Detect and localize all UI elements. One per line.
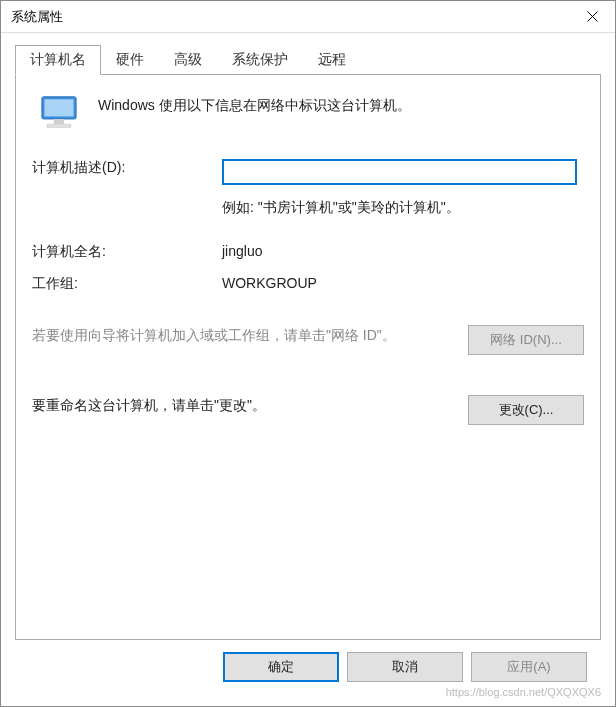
dialog-content: 计算机名 硬件 高级 系统保护 远程 Windows 使用以下信息在网络中标识这… xyxy=(1,33,615,706)
description-row: 计算机描述(D): xyxy=(32,159,584,185)
ok-button[interactable]: 确定 xyxy=(223,652,339,682)
full-name-label: 计算机全名: xyxy=(32,243,222,261)
tab-strip: 计算机名 硬件 高级 系统保护 远程 xyxy=(15,45,601,75)
intro-row: Windows 使用以下信息在网络中标识这台计算机。 xyxy=(32,93,584,131)
description-label: 计算机描述(D): xyxy=(32,159,222,185)
full-name-row: 计算机全名: jingluo xyxy=(32,243,584,261)
description-hint: 例如: "书房计算机"或"美玲的计算机"。 xyxy=(222,199,584,217)
tab-advanced[interactable]: 高级 xyxy=(159,45,217,74)
network-id-section: 若要使用向导将计算机加入域或工作组，请单击"网络 ID"。 网络 ID(N)..… xyxy=(32,325,584,355)
svg-rect-5 xyxy=(47,124,71,127)
description-input[interactable] xyxy=(222,159,577,185)
rename-text: 要重命名这台计算机，请单击"更改"。 xyxy=(32,395,448,416)
network-id-text: 若要使用向导将计算机加入域或工作组，请单击"网络 ID"。 xyxy=(32,325,448,346)
tab-panel-computer-name: Windows 使用以下信息在网络中标识这台计算机。 计算机描述(D): 例如:… xyxy=(15,75,601,640)
workgroup-value: WORKGROUP xyxy=(222,275,584,293)
dialog-footer: 确定 取消 应用(A) xyxy=(15,640,601,696)
svg-rect-4 xyxy=(54,119,64,124)
change-button[interactable]: 更改(C)... xyxy=(468,395,584,425)
apply-button[interactable]: 应用(A) xyxy=(471,652,587,682)
cancel-button[interactable]: 取消 xyxy=(347,652,463,682)
network-id-button[interactable]: 网络 ID(N)... xyxy=(468,325,584,355)
system-properties-dialog: 系统属性 计算机名 硬件 高级 系统保护 远程 Wind xyxy=(0,0,616,707)
workgroup-row: 工作组: WORKGROUP xyxy=(32,275,584,293)
tab-computer-name[interactable]: 计算机名 xyxy=(15,45,101,75)
svg-rect-3 xyxy=(44,99,73,116)
tab-system-protection[interactable]: 系统保护 xyxy=(217,45,303,74)
close-icon xyxy=(587,11,598,22)
window-title: 系统属性 xyxy=(11,8,63,26)
full-name-value: jingluo xyxy=(222,243,584,261)
close-button[interactable] xyxy=(569,1,615,33)
rename-section: 要重命名这台计算机，请单击"更改"。 更改(C)... xyxy=(32,395,584,425)
computer-icon xyxy=(38,95,80,131)
titlebar: 系统属性 xyxy=(1,1,615,33)
workgroup-label: 工作组: xyxy=(32,275,222,293)
intro-text: Windows 使用以下信息在网络中标识这台计算机。 xyxy=(98,93,411,115)
tab-remote[interactable]: 远程 xyxy=(303,45,361,74)
tab-hardware[interactable]: 硬件 xyxy=(101,45,159,74)
